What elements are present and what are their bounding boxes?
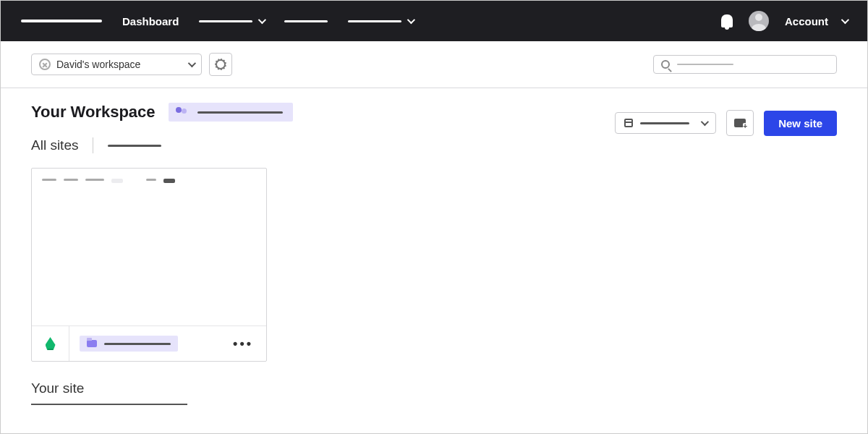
new-site-button[interactable]: New site: [764, 111, 837, 136]
preview-chip: [163, 179, 175, 183]
nav-item-label: Dashboard: [122, 15, 179, 27]
preview-chip: [111, 179, 123, 183]
workspace-header-left: Your Workspace All sites: [31, 103, 293, 153]
search-field[interactable]: [653, 55, 837, 74]
nav-item-label: [284, 20, 328, 22]
brand-logo[interactable]: [21, 20, 102, 22]
site-card[interactable]: •••: [31, 168, 267, 362]
main-content: Your Workspace All sites New site: [1, 88, 867, 420]
chevron-down-icon: [188, 59, 196, 67]
workspace-header: Your Workspace: [31, 103, 293, 122]
nav-dashboard[interactable]: Dashboard: [122, 15, 179, 27]
workspace-header-row: Your Workspace All sites New site: [31, 103, 837, 153]
site-card-footer: •••: [32, 326, 266, 361]
divider: [93, 137, 93, 153]
team-chip[interactable]: [169, 103, 293, 122]
workspace-actions: New site: [615, 110, 837, 136]
nav-item-3[interactable]: [348, 18, 413, 24]
chevron-down-icon: [841, 16, 849, 24]
new-folder-button[interactable]: [726, 110, 754, 136]
search-icon: [661, 60, 670, 69]
people-icon: [176, 107, 189, 117]
nav-left: Dashboard: [21, 15, 413, 27]
sites-subtext: [108, 145, 161, 147]
folder-plus-icon: [734, 119, 746, 127]
nav-item-1[interactable]: [199, 18, 264, 24]
calendar-icon: [624, 119, 633, 127]
chevron-down-icon: [258, 16, 266, 24]
team-chip-label: [197, 111, 283, 114]
preview-fragment: [64, 179, 78, 181]
sites-filter-row: All sites: [31, 137, 293, 153]
search-placeholder: [677, 64, 733, 65]
folder-icon: [87, 340, 97, 347]
site-name-chip[interactable]: [80, 336, 178, 352]
account-menu[interactable]: Account: [785, 15, 847, 27]
gear-icon: [216, 59, 226, 69]
workspace-bar: David's workspace: [1, 41, 867, 88]
workspace-settings-button[interactable]: [209, 53, 232, 76]
site-card-menu[interactable]: •••: [233, 336, 253, 352]
your-site-underline: [31, 404, 187, 405]
avatar[interactable]: [749, 11, 769, 31]
workspace-title: Your Workspace: [31, 103, 156, 122]
date-range-select[interactable]: [615, 112, 716, 134]
date-range-label: [640, 122, 689, 124]
workspace-selector[interactable]: David's workspace: [31, 54, 202, 75]
nav-right: Account: [721, 11, 847, 31]
preview-fragment: [146, 179, 156, 181]
preview-fragment: [42, 179, 56, 181]
chevron-down-icon: [701, 118, 709, 126]
nav-item-2[interactable]: [284, 20, 328, 22]
top-navbar: Dashboard Account: [1, 1, 867, 41]
workspace-icon: [39, 59, 51, 70]
chevron-down-icon: [407, 16, 415, 24]
notifications-icon[interactable]: [721, 14, 733, 27]
all-sites-label: All sites: [31, 137, 78, 153]
workspace-name: David's workspace: [56, 59, 140, 70]
nav-item-label: [348, 20, 401, 22]
site-card-preview: [32, 169, 266, 326]
site-name: [104, 343, 171, 345]
nav-item-label: [199, 20, 252, 22]
site-status: [32, 326, 69, 361]
account-label: Account: [785, 15, 828, 27]
rocket-icon: [46, 337, 56, 350]
your-site-heading: Your site: [31, 380, 837, 396]
preview-fragment: [85, 179, 104, 181]
